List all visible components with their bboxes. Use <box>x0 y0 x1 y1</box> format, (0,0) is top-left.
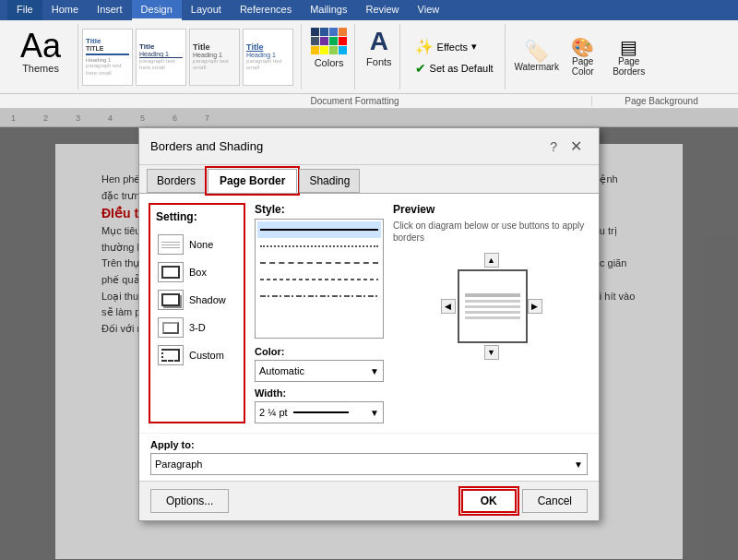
style-line-dashed-long[interactable] <box>257 255 381 271</box>
setting-item-shadow[interactable]: Shadow <box>156 286 238 314</box>
dialog-body: Setting: None <box>139 194 599 433</box>
setting-3d-label: 3-D <box>189 322 206 333</box>
ribbon-group-labels: Document Formatting Page Background <box>0 94 738 109</box>
color-label: Color: <box>255 346 384 357</box>
arrow-left-button[interactable]: ◀ <box>441 299 456 314</box>
color-row: Color: Automatic ▼ <box>255 346 384 382</box>
width-value: 2 ¼ pt <box>259 407 349 418</box>
width-dropdown-arrow: ▼ <box>370 408 379 418</box>
fonts-group[interactable]: A Fonts <box>359 24 400 89</box>
style-thumb-1[interactable]: Title TITLE Heading 1 paragraph text her… <box>82 29 133 86</box>
set-default-button[interactable]: ✔ Set as Default <box>411 59 497 77</box>
dialog-help-icon[interactable]: ? <box>550 139 557 154</box>
fonts-label: Fonts <box>366 56 392 67</box>
style-line-dotted[interactable] <box>257 238 381 255</box>
page-borders-label: Page Borders <box>609 56 649 77</box>
style-thumb-4[interactable]: Title Heading 1 paragraph text small <box>243 29 293 86</box>
tab-page-border[interactable]: Page Border <box>208 169 297 193</box>
setting-none-label: None <box>189 239 213 250</box>
ribbon-tab-insert[interactable]: Insert <box>88 0 132 20</box>
preview-box <box>458 269 528 343</box>
colors-label: Colors <box>315 57 344 68</box>
effects-button[interactable]: ✨ Effects ▾ <box>411 36 497 57</box>
dialog-close-button[interactable]: ✕ <box>565 136 588 157</box>
setting-item-custom[interactable]: Custom <box>156 341 238 369</box>
page-borders-button[interactable]: ▤ Page Borders <box>609 38 649 77</box>
tab-shading[interactable]: Shading <box>299 169 360 193</box>
checkmark-icon: ✔ <box>415 61 426 76</box>
watermark-button[interactable]: 🏷️ Watermark <box>517 42 557 72</box>
arrow-bottom-button[interactable]: ▼ <box>484 345 499 360</box>
preview-label: Preview <box>393 203 589 216</box>
watermark-label: Watermark <box>514 62 559 72</box>
ribbon-tab-home[interactable]: Home <box>42 0 88 20</box>
style-thumb-2[interactable]: Title Heading 1 paragraph text here smal… <box>136 29 186 86</box>
page-borders-icon: ▤ <box>620 38 637 56</box>
apply-to-arrow: ▼ <box>574 459 583 470</box>
style-thumb-3[interactable]: Title Heading 1 paragraph text small <box>189 29 240 86</box>
ribbon-tab-view[interactable]: View <box>409 0 449 20</box>
dialog-tab-bar: Borders Page Border Shading <box>139 165 599 194</box>
setting-custom-label: Custom <box>189 350 224 361</box>
effects-setdefault-group: ✨ Effects ▾ ✔ Set as Default <box>404 24 506 89</box>
effects-icon: ✨ <box>415 38 434 55</box>
colors-group[interactable]: Colors <box>305 24 355 89</box>
width-row: Width: 2 ¼ pt ▼ <box>255 387 384 423</box>
preview-panel: Preview Click on diagram below or use bu… <box>393 203 589 423</box>
ribbon: File Home Insert Design Layout Reference… <box>0 0 738 109</box>
ribbon-tab-review[interactable]: Review <box>357 0 409 20</box>
themes-button[interactable]: Aa Themes <box>15 26 66 77</box>
ribbon-tab-mailings[interactable]: Mailings <box>301 0 356 20</box>
set-default-label: Set as Default <box>430 63 494 74</box>
style-line-dash-dot[interactable] <box>257 288 381 304</box>
options-button[interactable]: Options... <box>150 489 229 513</box>
preview-hint: Click on diagram below or use buttons to… <box>393 220 589 244</box>
dialog-title: Borders and Shading <box>150 139 263 153</box>
tab-borders[interactable]: Borders <box>147 169 206 193</box>
doc-area: 1 2 3 4 5 6 7 Hen phế quản (hay còn gọi … <box>0 109 738 560</box>
effects-dropdown-icon: ▾ <box>471 41 477 53</box>
arrow-top-button[interactable]: ▲ <box>484 253 499 268</box>
style-color-width-panel: Style: <box>255 203 384 423</box>
cancel-button[interactable]: Cancel <box>522 489 588 513</box>
borders-shading-dialog: Borders and Shading ? ✕ Borders Page Bor… <box>138 127 600 521</box>
themes-label: Themes <box>22 63 59 74</box>
themes-group: Aa Themes <box>7 24 78 89</box>
color-select[interactable]: Automatic ▼ <box>255 360 384 382</box>
effects-label: Effects <box>437 42 468 53</box>
style-line-dashed-short[interactable] <box>257 271 381 288</box>
page-color-button[interactable]: 🎨 PageColor <box>565 38 601 77</box>
ribbon-tab-bar: File Home Insert Design Layout Reference… <box>0 0 738 20</box>
setting-panel-label: Setting: <box>156 210 238 223</box>
ribbon-tab-design[interactable]: Design <box>132 0 182 20</box>
style-label: Style: <box>255 203 384 216</box>
apply-to-select[interactable]: Paragraph ▼ <box>150 453 588 475</box>
setting-icon-none <box>158 234 184 255</box>
style-line-solid[interactable] <box>257 221 381 238</box>
color-dropdown-arrow: ▼ <box>370 366 379 376</box>
preview-area: ▲ ◀ ▶ ▼ <box>441 253 542 360</box>
ok-button[interactable]: OK <box>461 489 517 513</box>
setting-icon-3d <box>158 317 184 338</box>
color-value: Automatic <box>259 365 304 376</box>
ribbon-tab-layout[interactable]: Layout <box>182 0 231 20</box>
width-select[interactable]: 2 ¼ pt ▼ <box>255 401 384 423</box>
ribbon-tab-file[interactable]: File <box>7 0 42 20</box>
arrow-right-button[interactable]: ▶ <box>528 299 542 314</box>
setting-shadow-label: Shadow <box>189 294 226 305</box>
setting-item-box[interactable]: Box <box>156 258 238 286</box>
style-list[interactable] <box>255 219 384 339</box>
apply-to-value: Paragraph <box>155 459 202 470</box>
style-thumbnails-group: Title TITLE Heading 1 paragraph text her… <box>82 24 302 89</box>
setting-item-none[interactable]: None <box>156 231 238 258</box>
setting-item-3d[interactable]: 3-D <box>156 314 238 341</box>
page-color-icon: 🎨 <box>571 38 594 56</box>
setting-icon-box <box>158 262 184 282</box>
colors-grid-icon <box>311 28 347 54</box>
watermark-icon: 🏷️ <box>524 42 549 62</box>
doc-formatting-label: Document Formatting <box>118 96 592 106</box>
ribbon-content: Aa Themes Title TITLE Heading 1 paragrap… <box>0 20 738 94</box>
ribbon-tab-references[interactable]: References <box>231 0 301 20</box>
dialog-overlay: Borders and Shading ? ✕ Borders Page Bor… <box>0 109 738 560</box>
apply-to-row: Apply to: Paragraph ▼ <box>139 433 599 481</box>
